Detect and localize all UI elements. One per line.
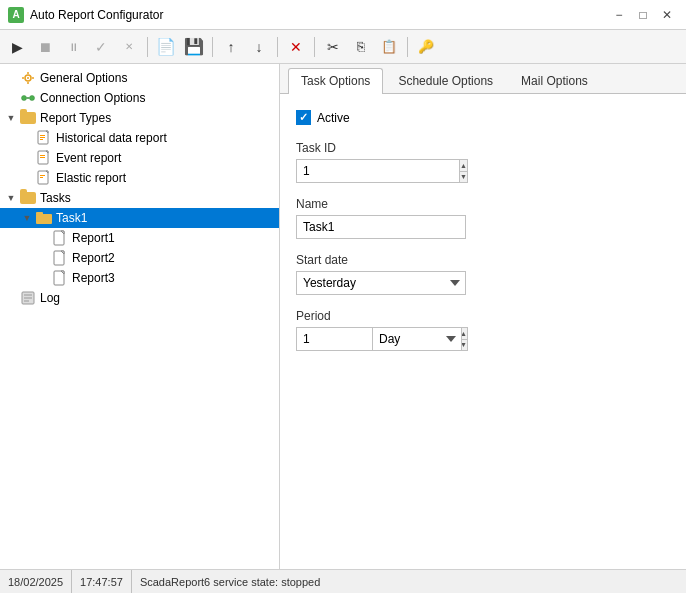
expand-connection [4, 91, 18, 105]
expand-report-types[interactable]: ▼ [4, 111, 18, 125]
close-button[interactable]: ✕ [656, 4, 678, 26]
tree-label-report3: Report3 [72, 271, 115, 285]
task-id-input[interactable] [296, 159, 459, 183]
period-row: ▲ ▼ Day Week Month Hour Minute [296, 327, 670, 351]
report2-icon [52, 250, 68, 266]
name-group: Name [296, 197, 670, 239]
expand-event [20, 151, 34, 165]
task-id-spin-down[interactable]: ▼ [460, 171, 467, 183]
tree-item-general[interactable]: General Options [0, 68, 279, 88]
expand-task1[interactable]: ▼ [20, 211, 34, 225]
tree-item-report-types[interactable]: ▼ Report Types [0, 108, 279, 128]
expand-tasks[interactable]: ▼ [4, 191, 18, 205]
period-group: Period ▲ ▼ Day Week Month Hour [296, 309, 670, 351]
task-id-group: Task ID ▲ ▼ [296, 141, 670, 183]
svg-rect-22 [36, 214, 52, 224]
title-bar: A Auto Report Configurator − □ ✕ [0, 0, 686, 30]
key-button[interactable]: 🔑 [413, 34, 439, 60]
tree-item-task1[interactable]: ▼ Task1 [0, 208, 279, 228]
log-icon [20, 290, 36, 306]
start-date-group: Start date Yesterday Today Custom [296, 253, 670, 295]
status-date: 18/02/2025 [0, 570, 72, 593]
expand-report3 [36, 271, 50, 285]
tree-item-historical[interactable]: Historical data report [0, 128, 279, 148]
move-down-button[interactable]: ↓ [246, 34, 272, 60]
start-date-select[interactable]: Yesterday Today Custom [296, 271, 466, 295]
play-button[interactable]: ▶ [4, 34, 30, 60]
tree-label-task1: Task1 [56, 211, 87, 225]
tree-label-elastic: Elastic report [56, 171, 126, 185]
tree-label-connection: Connection Options [40, 91, 145, 105]
tab-mail[interactable]: Mail Options [508, 68, 601, 93]
tasks-icon [20, 190, 36, 206]
start-date-label: Start date [296, 253, 670, 267]
tree-item-elastic[interactable]: Elastic report [0, 168, 279, 188]
elastic-icon [36, 170, 52, 186]
sep3 [277, 37, 278, 57]
tab-strip: Task Options Schedule Options Mail Optio… [280, 64, 686, 94]
general-icon [20, 70, 36, 86]
svg-rect-21 [40, 177, 43, 178]
name-input[interactable] [296, 215, 466, 239]
task-id-input-wrapper: ▲ ▼ [296, 159, 466, 183]
copy-button[interactable]: ⎘ [348, 34, 374, 60]
tree-label-report-types: Report Types [40, 111, 111, 125]
tree-label-report2: Report2 [72, 251, 115, 265]
sep2 [212, 37, 213, 57]
pause-button[interactable]: ⏸ [60, 34, 86, 60]
report-types-icon [20, 110, 36, 126]
maximize-button[interactable]: □ [632, 4, 654, 26]
window-controls: − □ ✕ [608, 4, 678, 26]
expand-report1 [36, 231, 50, 245]
svg-rect-23 [36, 212, 43, 215]
task1-icon [36, 210, 52, 226]
tree-item-event[interactable]: Event report [0, 148, 279, 168]
tree-item-log[interactable]: Log [0, 288, 279, 308]
save-button[interactable]: 💾 [181, 34, 207, 60]
tree-item-connection[interactable]: Connection Options [0, 88, 279, 108]
paste-button[interactable]: 📋 [376, 34, 402, 60]
expand-report2 [36, 251, 50, 265]
tree-item-tasks[interactable]: ▼ Tasks [0, 188, 279, 208]
tree-item-report3[interactable]: Report3 [0, 268, 279, 288]
event-icon [36, 150, 52, 166]
active-checkbox[interactable] [296, 110, 311, 125]
tab-schedule[interactable]: Schedule Options [385, 68, 506, 93]
cancel-button[interactable]: ✕ [116, 34, 142, 60]
svg-point-7 [30, 96, 35, 101]
connection-icon [20, 90, 36, 106]
tree-item-report1[interactable]: Report1 [0, 228, 279, 248]
tab-task[interactable]: Task Options [288, 68, 383, 94]
name-label: Name [296, 197, 670, 211]
svg-rect-13 [40, 139, 43, 140]
move-up-button[interactable]: ↑ [218, 34, 244, 60]
svg-rect-12 [40, 137, 45, 138]
period-unit-select[interactable]: Day Week Month Hour Minute [372, 327, 462, 351]
period-label: Period [296, 309, 670, 323]
tree-item-report2[interactable]: Report2 [0, 248, 279, 268]
expand-general [4, 71, 18, 85]
period-value-wrapper: ▲ ▼ [296, 327, 366, 351]
task-id-spinner: ▲ ▼ [459, 159, 468, 183]
cut-button[interactable]: ✂ [320, 34, 346, 60]
svg-rect-16 [40, 155, 45, 156]
delete-button[interactable]: ✕ [283, 34, 309, 60]
tree-label-general: General Options [40, 71, 127, 85]
task-id-spin-up[interactable]: ▲ [460, 160, 467, 171]
svg-rect-11 [40, 135, 45, 136]
report3-icon [52, 270, 68, 286]
tree-label-report1: Report1 [72, 231, 115, 245]
status-message: ScadaReport6 service state: stopped [132, 570, 328, 593]
new-button[interactable]: 📄 [153, 34, 179, 60]
sep4 [314, 37, 315, 57]
tree-label-event: Event report [56, 151, 121, 165]
content-area: Active Task ID ▲ ▼ Name St [280, 94, 686, 569]
sep1 [147, 37, 148, 57]
expand-log [4, 291, 18, 305]
tree-label-historical: Historical data report [56, 131, 167, 145]
check-button[interactable]: ✓ [88, 34, 114, 60]
app-title: Auto Report Configurator [30, 8, 608, 22]
stop-button[interactable]: ⏹ [32, 34, 58, 60]
minimize-button[interactable]: − [608, 4, 630, 26]
svg-rect-20 [40, 175, 45, 176]
